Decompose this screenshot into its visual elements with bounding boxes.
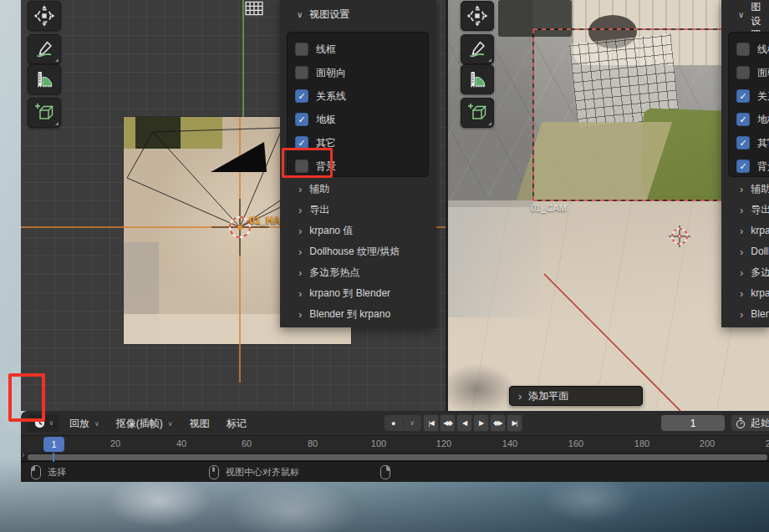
checkbox-row[interactable]: 面朝向 (295, 61, 428, 84)
panel-section-header[interactable]: › 辅助 (721, 179, 769, 200)
auto-keying-button[interactable]: ● ∨ (384, 415, 421, 431)
checkbox[interactable] (736, 136, 750, 149)
add-cube-tool-icon (34, 103, 54, 123)
tool-annotate-button[interactable] (28, 34, 61, 64)
panel-section-header[interactable]: › 导出 (280, 200, 436, 220)
chevron-right-icon: › (298, 287, 302, 300)
panel-title: 视图设置 (309, 8, 349, 22)
checkbox-row[interactable]: 地板 (736, 108, 769, 131)
checkbox-label: 背景 (757, 160, 769, 174)
ruler-number: 80 (308, 438, 318, 448)
checkbox-label: 关系线 (757, 89, 769, 104)
checkbox[interactable] (736, 113, 750, 126)
add-plane-button[interactable]: › 添加平面 (509, 386, 643, 406)
panel-section-header[interactable]: › krpano 到 Blender (280, 283, 436, 304)
checkbox[interactable] (736, 43, 750, 56)
timeline-editor: ∨ 回放 ∨ 抠像(插帧) ∨ 视图 ∨ 标记 ∨ (21, 411, 769, 461)
tool-cursor-button[interactable] (461, 1, 494, 31)
panel-section-header[interactable]: › krpano 值 (721, 220, 769, 241)
tool-annotate-button[interactable] (461, 34, 494, 64)
checkbox-row[interactable]: 其它 (736, 131, 769, 155)
panel-section-header[interactable]: › Blender 到 krpano (280, 304, 436, 325)
checkbox-row[interactable]: 面朝向 (736, 61, 769, 84)
playback-button[interactable]: |◀ (423, 414, 439, 432)
image-dark-area (135, 117, 181, 149)
annotate-tool-icon (34, 39, 54, 59)
checkbox-label: 地板 (757, 113, 769, 127)
panel-section-header[interactable]: › Dollhouse 纹理/烘焙 (721, 241, 769, 262)
chevron-right-icon: › (740, 308, 743, 321)
camera-name-label: 01_CAM (531, 203, 567, 213)
checkbox[interactable] (295, 43, 308, 56)
checkbox-label: 线框 (757, 43, 769, 57)
measure-tool-icon (34, 69, 54, 89)
menu-item[interactable]: 抠像(插帧) ∨ (108, 413, 181, 434)
stopwatch-icon (735, 418, 746, 429)
menu-item[interactable]: 视图 ∨ (181, 413, 218, 434)
panel-section-header[interactable]: › 导出 (721, 200, 769, 220)
viewport-right[interactable]: 01_CAM › 添加平面 ∨ 视图设置 (448, 0, 769, 411)
checkbox[interactable] (736, 89, 750, 103)
checkbox[interactable] (295, 89, 308, 103)
panel-section-header[interactable]: › Blender 到 krpano (721, 304, 769, 325)
playback-glyph: ▶ (479, 419, 483, 427)
tool-measure-button[interactable] (28, 64, 61, 94)
current-frame-badge[interactable]: 1 (43, 437, 64, 452)
checkbox[interactable] (736, 66, 750, 79)
panel-header[interactable]: ∨ 视图设置 (280, 0, 436, 28)
panel-section-header[interactable]: › 多边形热点 (721, 262, 769, 283)
tool-add-cube-button[interactable] (461, 98, 494, 128)
menu-item[interactable]: 回放 ∨ (61, 413, 108, 434)
checkbox-row[interactable]: 关系线 (295, 84, 428, 108)
expand-arrow-icon[interactable]: › (22, 449, 25, 459)
status-bar: 选择 视图中心对齐鼠标 (21, 461, 769, 482)
playback-button[interactable]: ◀◆ (440, 414, 456, 432)
checkbox[interactable] (295, 66, 308, 79)
checkbox-row[interactable]: 线框 (736, 38, 769, 61)
checkbox-label: 其它 (757, 136, 769, 150)
tool-cursor-button[interactable] (28, 1, 61, 31)
checkbox-row[interactable]: 地板 (295, 108, 428, 131)
playback-button[interactable]: ▶ (473, 414, 489, 432)
chevron-right-icon: › (298, 266, 302, 279)
panel-section-header[interactable]: › krpano 值 (280, 220, 436, 241)
chevron-right-icon: › (740, 246, 743, 258)
current-frame-field[interactable]: 1 (661, 415, 725, 431)
playback-button[interactable]: ◀ (456, 414, 472, 432)
checkbox-row[interactable]: 关系线 (736, 84, 769, 108)
grid-overlay-icon[interactable] (245, 1, 263, 16)
panel-section-header[interactable]: › Dollhouse 纹理/烘焙 (280, 241, 436, 262)
panel-section-header[interactable]: › 多边形热点 (280, 262, 436, 283)
annotation-box-background-checkbox (282, 148, 333, 178)
chevron-right-icon: › (298, 183, 302, 195)
horizontal-scrollbar[interactable] (28, 454, 767, 460)
tool-measure-button[interactable] (461, 64, 494, 94)
playback-glyph: ◆▶ (493, 419, 502, 427)
menu-label: 视图 (190, 417, 210, 431)
panel-header[interactable]: ∨ 视图设置 (721, 0, 769, 28)
section-label: krpano 到 Blender (309, 286, 390, 301)
statusbar-select-hint: 选择 (31, 462, 66, 482)
playback-button[interactable]: ▶| (507, 414, 522, 432)
tool-add-cube-button[interactable] (28, 98, 61, 128)
checkbox-label: 线框 (316, 43, 336, 57)
annotate-tool-icon (467, 39, 487, 59)
panel-section-header[interactable]: › krpano 到 Blender (721, 283, 769, 304)
checkbox-row[interactable]: 线框 (295, 38, 428, 61)
playback-controls: |◀ ◀◆ ◀ ▶ ◆▶ ▶| (423, 414, 522, 432)
left-mouse-icon (31, 465, 41, 479)
panel-section-header[interactable]: › 辅助 (280, 179, 436, 200)
section-label: Dollhouse 纹理/烘焙 (309, 245, 400, 259)
chevron-right-icon: › (298, 204, 302, 216)
section-label: krpano 值 (309, 224, 353, 238)
start-frame-field[interactable]: 起始 (731, 415, 769, 431)
playback-button[interactable]: ◆▶ (490, 414, 506, 432)
timeline-ruler[interactable]: 1 20406080100120140160180200220 (21, 436, 769, 453)
section-label: 辅助 (309, 182, 329, 196)
record-icon: ● (384, 419, 403, 428)
checkbox[interactable] (736, 160, 750, 173)
measure-tool-icon (467, 69, 487, 89)
checkbox-row[interactable]: 背景 (736, 155, 769, 178)
checkbox[interactable] (295, 113, 308, 126)
menu-item[interactable]: 标记 ∨ (218, 413, 255, 434)
